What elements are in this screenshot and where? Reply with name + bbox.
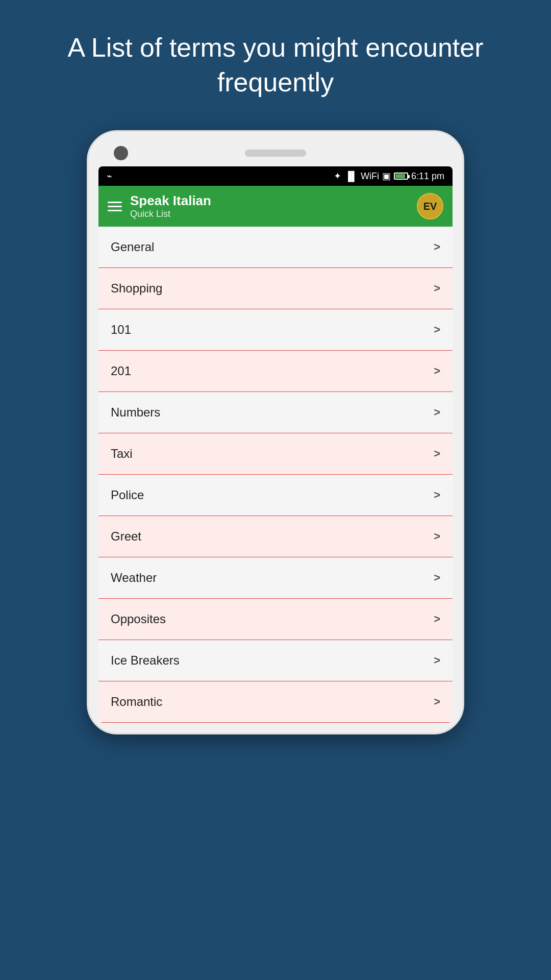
hamburger-line-2	[108, 206, 122, 207]
list-item[interactable]: Shopping>	[98, 268, 453, 309]
toolbar-title-block: Speak Italian Quick List	[130, 193, 409, 219]
status-bar: ⌁ ✦ ▐▌ WiFi ▣ 6:11 pm	[98, 166, 453, 186]
sim-icon: ▣	[382, 170, 391, 182]
app-name: Speak Italian	[130, 193, 409, 209]
list-item-label: Opposites	[111, 612, 166, 626]
list-item-label: Weather	[111, 571, 157, 585]
chevron-right-icon: >	[434, 406, 440, 419]
hamburger-menu-button[interactable]	[108, 202, 122, 211]
chevron-right-icon: >	[434, 571, 440, 584]
list-item[interactable]: Numbers>	[98, 392, 453, 433]
speaker-grille	[245, 150, 306, 157]
chevron-right-icon: >	[434, 612, 440, 626]
chevron-right-icon: >	[434, 447, 440, 460]
list-item-label: Ice Breakers	[111, 653, 180, 668]
hamburger-line-3	[108, 210, 122, 211]
phone-screen: ⌁ ✦ ▐▌ WiFi ▣ 6:11 pm Speak Italian	[98, 166, 453, 723]
list-item[interactable]: Weather>	[98, 557, 453, 599]
wifi-icon: WiFi	[361, 171, 379, 182]
list-item-label: Taxi	[111, 447, 133, 461]
list-item[interactable]: General>	[98, 227, 453, 268]
app-logo: EV	[417, 193, 443, 219]
category-list: General>Shopping>101>201>Numbers>Taxi>Po…	[98, 227, 453, 723]
list-item-label: Numbers	[111, 405, 160, 420]
toolbar-subtitle: Quick List	[130, 209, 409, 219]
list-item[interactable]: Police>	[98, 475, 453, 516]
list-item-label: Greet	[111, 529, 141, 544]
list-item-label: 201	[111, 364, 131, 378]
list-item[interactable]: Taxi>	[98, 433, 453, 475]
list-item[interactable]: Greet>	[98, 516, 453, 557]
list-item[interactable]: Ice Breakers>	[98, 640, 453, 681]
chevron-right-icon: >	[434, 323, 440, 336]
phone-top	[98, 142, 453, 166]
bluetooth-icon: ✦	[334, 170, 341, 182]
list-item-label: Police	[111, 488, 144, 502]
front-camera	[114, 146, 128, 160]
chevron-right-icon: >	[434, 240, 440, 254]
list-item[interactable]: 201>	[98, 351, 453, 392]
list-item-label: 101	[111, 323, 131, 337]
signal-icon: ▐▌	[344, 171, 358, 182]
list-item-label: General	[111, 240, 154, 254]
chevron-right-icon: >	[434, 364, 440, 378]
chevron-right-icon: >	[434, 695, 440, 708]
chevron-right-icon: >	[434, 282, 440, 295]
chevron-right-icon: >	[434, 530, 440, 543]
hamburger-line-1	[108, 202, 122, 203]
list-item[interactable]: Opposites>	[98, 599, 453, 640]
time-display: 6:11 pm	[411, 171, 444, 182]
chevron-right-icon: >	[434, 488, 440, 502]
list-item-label: Shopping	[111, 281, 162, 296]
phone-mockup: ⌁ ✦ ▐▌ WiFi ▣ 6:11 pm Speak Italian	[87, 130, 464, 734]
chevron-right-icon: >	[434, 654, 440, 667]
usb-icon: ⌁	[107, 170, 112, 182]
page-header: A List of terms you might encounter freq…	[0, 0, 551, 130]
list-item[interactable]: Romantic>	[98, 681, 453, 723]
list-item-label: Romantic	[111, 695, 162, 709]
status-left-icons: ⌁	[107, 170, 112, 182]
battery-icon	[394, 173, 408, 180]
status-right-icons: ✦ ▐▌ WiFi ▣ 6:11 pm	[334, 170, 444, 182]
app-toolbar: Speak Italian Quick List EV	[98, 186, 453, 227]
list-item[interactable]: 101>	[98, 309, 453, 351]
